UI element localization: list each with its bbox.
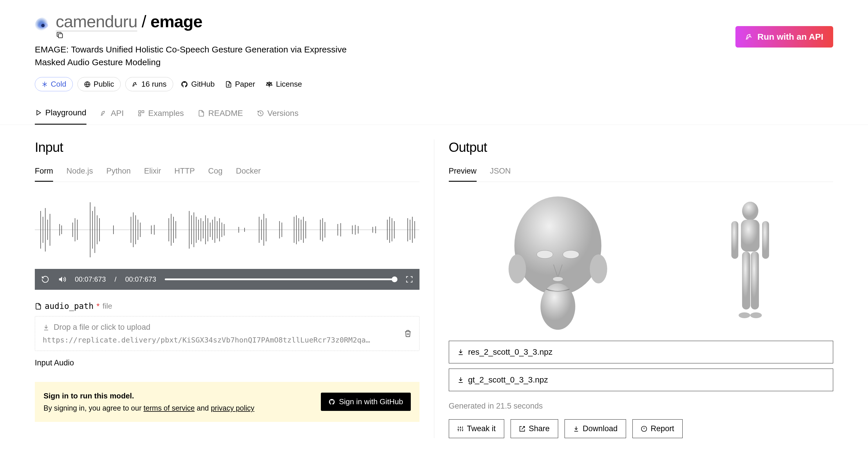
body-render [718, 199, 782, 327]
tos-link[interactable]: terms of service [144, 404, 195, 412]
svg-rect-2 [58, 34, 62, 38]
file-name: res_2_scott_0_3_3.npz [468, 347, 553, 357]
tab-label: Playground [45, 108, 87, 118]
time-total: 00:07:673 [125, 275, 156, 283]
file-dropzone[interactable]: Drop a file or click to upload https://r… [35, 316, 420, 351]
output-subtabs: Preview JSON [449, 167, 834, 182]
svg-point-88 [563, 250, 579, 259]
output-title: Output [449, 139, 834, 155]
copy-icon[interactable] [56, 31, 206, 39]
time-current: 00:07:673 [75, 275, 106, 283]
file-url: https://replicate.delivery/pbxt/KiSGX34s… [43, 336, 373, 344]
file-name: gt_2_scott_0_3_3.npz [468, 375, 548, 384]
privacy-link[interactable]: privacy policy [211, 404, 254, 412]
audio-player-bar: 00:07:673 / 00:07:673 [35, 269, 420, 290]
tab-readme[interactable]: README [198, 108, 243, 125]
license-link[interactable]: License [262, 77, 305, 91]
model-name: emage [151, 12, 203, 31]
generation-time: Generated in 21.5 seconds [449, 402, 834, 411]
run-with-api-button[interactable]: Run with an API [736, 26, 833, 47]
download-button[interactable]: Download [564, 419, 626, 438]
signin-github-button[interactable]: Sign in with GitHub [321, 393, 410, 411]
time-separator: / [115, 275, 117, 283]
volume-icon[interactable] [58, 275, 66, 283]
tab-examples[interactable]: Examples [138, 108, 184, 125]
tab-versions[interactable]: Versions [257, 108, 299, 125]
input-subtabs: Form Node.js Python Elixir HTTP Cog Dock… [35, 167, 420, 182]
report-button[interactable]: Report [632, 419, 683, 438]
license-label: License [276, 80, 302, 89]
tab-label: Examples [148, 109, 184, 118]
run-api-label: Run with an API [757, 32, 823, 42]
tweak-button[interactable]: Tweak it [449, 419, 504, 438]
badge-runs-label: 16 runs [141, 80, 166, 89]
param-label: audio_path* file [35, 301, 420, 311]
github-label: GitHub [191, 80, 215, 89]
tab-label: README [208, 109, 243, 118]
runs-badge[interactable]: 16 runs [125, 77, 173, 91]
github-link[interactable]: GitHub [178, 77, 218, 91]
avatar[interactable] [35, 18, 51, 34]
status-badge-cold[interactable]: Cold [35, 77, 73, 91]
seek-bar[interactable] [165, 278, 397, 280]
svg-point-97 [750, 312, 762, 318]
svg-point-86 [590, 255, 607, 283]
audio-waveform[interactable]: 00:07:673 / 00:07:673 [35, 191, 420, 290]
title-separator: / [137, 12, 150, 31]
tab-playground[interactable]: Playground [35, 108, 87, 125]
signin-prefix: By signing in, you agree to our [43, 404, 144, 412]
visibility-badge[interactable]: Public [78, 77, 121, 91]
paper-link[interactable]: Paper [222, 77, 258, 91]
signin-title: Sign in to run this model. [43, 390, 254, 402]
action-label: Tweak it [467, 424, 496, 433]
subtab-docker[interactable]: Docker [236, 167, 261, 182]
signin-button-label: Sign in with GitHub [339, 397, 403, 406]
svg-rect-92 [731, 221, 738, 259]
trash-icon[interactable] [404, 330, 412, 337]
svg-rect-6 [139, 114, 141, 116]
subtab-python[interactable]: Python [106, 167, 131, 182]
fullscreen-icon[interactable] [406, 275, 413, 283]
subtab-json[interactable]: JSON [490, 167, 511, 182]
drop-hint: Drop a file or click to upload [54, 323, 150, 332]
output-file-0[interactable]: res_2_scott_0_3_3.npz [449, 341, 834, 363]
action-label: Download [583, 424, 618, 433]
badge-public-label: Public [93, 80, 114, 89]
subtab-elixir[interactable]: Elixir [144, 167, 161, 182]
signin-and: and [195, 404, 211, 412]
required-marker: * [97, 302, 100, 311]
param-name: audio_path [45, 301, 94, 311]
subtab-form[interactable]: Form [35, 167, 53, 182]
svg-point-85 [508, 255, 526, 283]
svg-rect-93 [762, 221, 769, 259]
main-tabs: Playground API Examples README Versions [0, 108, 868, 125]
output-file-1[interactable]: gt_2_scott_0_3_3.npz [449, 369, 834, 391]
param-type: file [102, 302, 112, 311]
head-render [500, 194, 616, 333]
badge-cold-label: Cold [51, 80, 66, 89]
svg-rect-95 [751, 251, 759, 309]
svg-point-90 [742, 202, 758, 220]
subtab-http[interactable]: HTTP [174, 167, 195, 182]
svg-point-87 [537, 250, 553, 259]
replay-icon[interactable] [41, 275, 49, 283]
model-title: camenduru / emage [56, 11, 206, 39]
signin-banner: Sign in to run this model. By signing in… [35, 382, 420, 422]
output-preview [449, 191, 834, 336]
svg-point-96 [739, 312, 750, 318]
share-button[interactable]: Share [510, 419, 558, 438]
subtab-cog[interactable]: Cog [208, 167, 223, 182]
action-label: Report [651, 424, 674, 433]
subtab-preview[interactable]: Preview [449, 167, 477, 182]
paper-label: Paper [235, 80, 255, 89]
param-help: Input Audio [35, 359, 420, 367]
svg-rect-94 [742, 251, 750, 309]
svg-point-1 [41, 24, 45, 27]
svg-point-89 [553, 277, 563, 281]
svg-point-84 [540, 283, 575, 330]
subtab-nodejs[interactable]: Node.js [66, 167, 93, 182]
action-label: Share [529, 424, 550, 433]
svg-rect-5 [142, 111, 144, 113]
tab-api[interactable]: API [100, 108, 124, 125]
owner-link[interactable]: camenduru [56, 12, 137, 31]
